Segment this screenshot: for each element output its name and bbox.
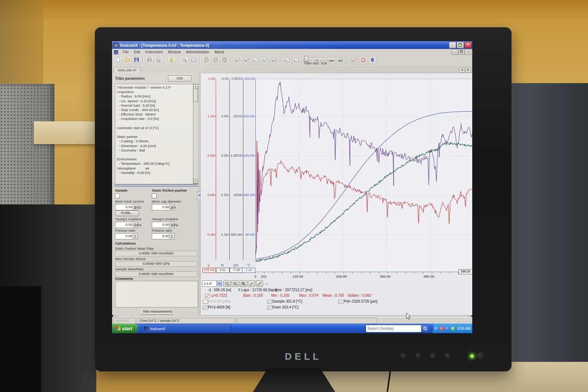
tab-scroll-right-icon[interactable]: ►: [466, 67, 471, 72]
zoom-out-button[interactable]: [223, 280, 231, 287]
open-file-button[interactable]: [123, 56, 132, 65]
child-close-button[interactable]: ×: [465, 49, 471, 55]
line-tool-button[interactable]: [256, 280, 263, 287]
power-button[interactable]: [477, 352, 484, 360]
tab-scroll-left-icon[interactable]: ◄: [459, 67, 465, 72]
curve-grey-button[interactable]: [252, 56, 260, 65]
signal-red-button[interactable]: [350, 56, 358, 65]
panel-splitter[interactable]: ◄: [198, 73, 200, 315]
curve-a-button[interactable]: [283, 56, 291, 65]
menu-item-administration[interactable]: Administration: [183, 50, 212, 54]
comments-box[interactable]: [115, 281, 198, 307]
new-file-button[interactable]: [114, 56, 122, 65]
monitor-menu-button[interactable]: [401, 353, 406, 359]
y-axis-tick-label: 240.00: [241, 153, 254, 157]
partner-youngs-label: Young's modulus: [152, 217, 178, 221]
sample-checkbox[interactable]: [115, 193, 120, 198]
zoom-tool-button[interactable]: [180, 56, 189, 65]
spinner[interactable]: ▲▼: [169, 234, 174, 239]
edit-button[interactable]: Edit: [168, 75, 191, 82]
chevron-down-icon[interactable]: ▼: [216, 281, 222, 286]
filter-slider-track[interactable]: [304, 58, 340, 60]
calibration-drop-button[interactable]: [167, 56, 176, 65]
monitor-brightness-button[interactable]: [415, 353, 421, 359]
probe-button[interactable]: [368, 56, 377, 65]
zoom-window-button[interactable]: [240, 280, 247, 287]
chevron-left-icon[interactable]: ◄: [265, 282, 268, 285]
window-title: InstrumX - [Temperatura-3.ixf : Temperat…: [120, 43, 209, 47]
oven-curve-icon[interactable]: [267, 306, 272, 310]
minimize-button[interactable]: _: [449, 42, 456, 48]
parameter-line: - Stop condit. : 600.00 [m]: [117, 108, 195, 112]
menu-item-window[interactable]: Window: [165, 50, 184, 54]
start-button[interactable]: start: [112, 324, 138, 333]
search-input[interactable]: [366, 325, 424, 332]
parameters-scrollbar[interactable]: ▲ ▼: [193, 84, 198, 184]
y-axis-min-box: 0.01: [216, 268, 229, 273]
menu-item-instrument[interactable]: Instrument: [143, 50, 165, 54]
monitor-minus-button[interactable]: [430, 353, 436, 359]
curve-blue-button[interactable]: [261, 56, 269, 65]
monitor-plus-button[interactable]: [445, 353, 451, 359]
parameter-line: - Dimension : 6.00 [mm]: [117, 144, 195, 148]
print-button[interactable]: [145, 56, 154, 65]
parameter-line: - Radius : 8.08 [mm]: [117, 94, 195, 99]
curve-navy-button[interactable]: [243, 56, 251, 65]
curve-red2-button[interactable]: [270, 56, 279, 65]
child-restore-button[interactable]: [458, 49, 465, 55]
chart-plot[interactable]: [255, 79, 472, 272]
partner-poisson-input[interactable]: 0.00▲▼: [152, 233, 175, 239]
gauge-2-button[interactable]: [211, 56, 220, 65]
zoom-tool-icon: [182, 57, 187, 64]
divider: [165, 57, 165, 64]
menu-item-edit[interactable]: Edit: [131, 50, 143, 54]
search-desktop-box[interactable]: [366, 325, 422, 332]
laps-value: # Laps : 11720.66 [laps]: [238, 288, 277, 292]
open-file-icon: [125, 57, 130, 64]
spinner[interactable]: ▲▼: [133, 234, 137, 239]
gauge-1-button[interactable]: [202, 56, 211, 65]
tray-green-status-icon[interactable]: [451, 327, 455, 331]
toolbar: Filter size : 6 pt: [112, 55, 472, 67]
restore-button[interactable]: [457, 42, 464, 48]
photo-scene: X InstrumX - [Temperatura-3.ixf : Temper…: [0, 0, 588, 392]
stop-shape-button[interactable]: [359, 56, 368, 65]
search-icon[interactable]: [421, 325, 429, 332]
child-minimize-button[interactable]: –: [452, 49, 458, 55]
zoom-in-button[interactable]: [232, 280, 239, 287]
app-icon: [144, 327, 148, 331]
gauge-3-button[interactable]: [220, 56, 229, 65]
fn-curve-icon[interactable]: [203, 300, 208, 304]
print-preview-button[interactable]: [154, 56, 163, 65]
filter-slider-thumb[interactable]: [304, 56, 308, 62]
y-axis-unit: °C: [242, 263, 255, 267]
taskbar-item-instrumx[interactable]: InstrumX: [141, 324, 231, 333]
curve-a-icon: [284, 57, 290, 64]
parameter-line: Tribometer module / Version 4.2 P: [117, 85, 195, 90]
worn-track-label: Worn track section: [115, 199, 144, 203]
profile-button[interactable]: Profile...: [115, 210, 139, 216]
close-button[interactable]: ×: [465, 42, 472, 48]
tray-back-arrow-icon[interactable]: [434, 327, 438, 331]
scroll-thumb[interactable]: [193, 89, 198, 102]
tab-tribo-measurement1[interactable]: Tribo measurement1: [140, 309, 176, 315]
scroll-down-icon[interactable]: ▼: [193, 179, 198, 183]
zoom-level-select[interactable]: x 1.0▼: [202, 281, 222, 287]
tray-red-status-icon[interactable]: [440, 327, 444, 331]
menu-item-about[interactable]: About: [212, 50, 227, 54]
pd-curve-icon[interactable]: [338, 300, 344, 304]
ft-curve-icon[interactable]: [203, 306, 208, 310]
menu-item-file[interactable]: File: [120, 50, 131, 54]
curve-b-button[interactable]: [292, 56, 301, 65]
clock[interactable]: 9:55 AM: [457, 327, 471, 331]
chart-zoom-toolbar: x 1.0▼ ◄: [202, 280, 268, 287]
curve-red-button[interactable]: [233, 56, 242, 65]
sample-poisson-input[interactable]: 0.00▲▼: [115, 233, 138, 239]
partner-checkbox[interactable]: [152, 193, 157, 198]
save-button[interactable]: [132, 56, 141, 65]
tray-blue-status-icon[interactable]: [445, 327, 449, 331]
sample-curve-icon[interactable]: [267, 300, 272, 304]
tab-st45-200-4t[interactable]: St45.200.4T: [114, 67, 141, 73]
chart-panel-button[interactable]: [189, 56, 198, 65]
marker-pen-button[interactable]: [248, 280, 255, 287]
